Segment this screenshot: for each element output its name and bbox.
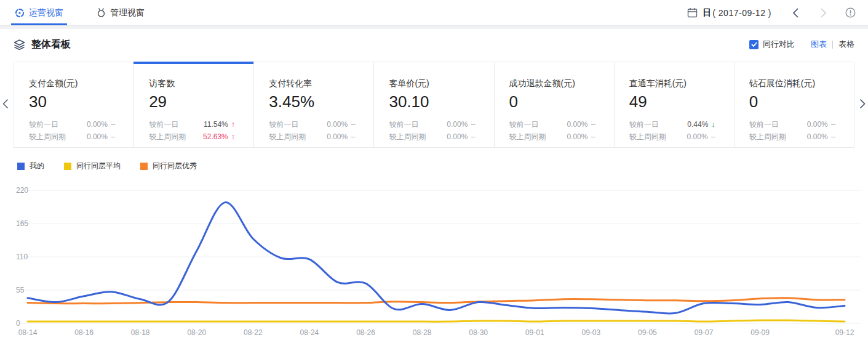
compare-value: 52.63% [203, 131, 228, 143]
x-axis-tick: 09-07 [695, 328, 714, 337]
y-axis-tick: 110 [16, 253, 28, 261]
y-axis-tick: 220 [16, 186, 28, 195]
metric-card-6[interactable]: 直通车消耗(元) 49 较前一日 0.44% ↓ 较上周同期 0.00% – [614, 62, 734, 147]
metric-title: 支付金额(元) [29, 78, 133, 89]
metric-value: 49 [629, 92, 734, 111]
view-toggle-table[interactable]: 表格 [838, 39, 854, 50]
compare-row: 较前一日 0.00% – [749, 118, 854, 131]
metric-title: 客单价(元) [389, 78, 493, 89]
tab-operations-label: 运营视窗 [29, 7, 63, 18]
view-toggle-divider [832, 41, 833, 49]
legend-swatch [140, 163, 148, 170]
section-title: 整体看板 [31, 38, 71, 51]
trend-flat-icon: – [591, 118, 595, 131]
line-chart-canvas[interactable]: 05511016522008-1408-1608-1808-2008-2208-… [0, 179, 868, 348]
trend-flat-icon: – [351, 131, 355, 143]
tab-management-label: 管理视窗 [110, 7, 145, 18]
cards-prev-button[interactable] [2, 99, 9, 111]
compare-label: 较前一日 [149, 118, 178, 131]
compare-label: 较上周同期 [509, 131, 546, 143]
metric-card-5[interactable]: 成功退款金额(元) 0 较前一日 0.00% – 较上周同期 0.00% – [494, 62, 614, 147]
trend-flat-icon: – [111, 118, 115, 131]
calendar-icon[interactable] [687, 7, 698, 18]
compare-row: 较前一日 0.00% – [269, 118, 373, 131]
x-axis-tick: 08-16 [74, 328, 94, 337]
compare-value: 0.00% [447, 118, 468, 131]
layers-icon [14, 39, 25, 50]
legend-swatch [17, 163, 25, 170]
metric-card-2[interactable]: 访客数 29 较前一日 11.54% ↑ 较上周同期 52.63% ↑ [133, 62, 253, 147]
trend-flat-icon: – [831, 118, 835, 131]
x-axis-tick: 08-14 [18, 328, 38, 337]
x-axis-tick: 08-26 [356, 328, 375, 337]
compare-row: 较上周同期 0.00% – [509, 131, 614, 143]
compare-row: 较前一日 0.00% – [389, 118, 493, 131]
trend-flat-icon: – [471, 131, 475, 143]
compare-label: 较上周同期 [629, 131, 666, 143]
compare-row: 较上周同期 52.63% ↑ [149, 131, 253, 143]
compare-value: 0.00% [687, 131, 708, 143]
legend-label: 同行同层优秀 [153, 161, 197, 171]
metric-title: 成功退款金额(元) [509, 78, 614, 89]
chevron-right-icon [859, 99, 866, 109]
compare-value: 0.00% [567, 118, 587, 131]
trend-down-icon: ↓ [711, 118, 715, 131]
metric-cards-row: 支付金额(元) 30 较前一日 0.00% – 较上周同期 0.00% – 访客… [14, 62, 854, 148]
x-axis-tick: 08-18 [131, 328, 150, 337]
chevron-left-icon [2, 99, 9, 109]
tab-operations-view[interactable]: 运营视窗 [12, 0, 66, 25]
x-axis-tick: 08-20 [187, 328, 206, 337]
compare-label: 较上周同期 [749, 131, 786, 143]
compare-value: 0.00% [327, 131, 348, 143]
x-axis-tick: 09-05 [638, 328, 657, 337]
date-controls: 日 ( 2017-09-12 ) [687, 7, 856, 18]
legend-label: 同行同层平均 [76, 161, 121, 171]
x-axis-tick: 09-03 [582, 328, 601, 337]
operations-view-icon [15, 8, 25, 18]
next-date-button[interactable] [820, 8, 827, 18]
metric-card-1[interactable]: 支付金额(元) 30 较前一日 0.00% – 较上周同期 0.00% – [14, 62, 133, 147]
series-line-我的 [28, 202, 845, 314]
legend-item-1[interactable]: 我的 [17, 161, 44, 171]
compare-value: 0.00% [447, 131, 468, 143]
metric-card-3[interactable]: 支付转化率 3.45% 较前一日 0.00% – 较上周同期 0.00% – [253, 62, 373, 147]
date-value[interactable]: ( 2017-09-12 ) [712, 8, 771, 18]
x-axis-tick: 08-30 [469, 328, 488, 337]
compare-label: 较前一日 [269, 118, 298, 131]
info-icon[interactable] [845, 7, 856, 18]
metric-title: 直通车消耗(元) [629, 78, 734, 89]
management-view-icon [97, 8, 106, 18]
metric-card-4[interactable]: 客单价(元) 30.10 较前一日 0.00% – 较上周同期 0.00% – [373, 62, 493, 147]
compare-label: 较上周同期 [269, 131, 306, 143]
legend-item-3[interactable]: 同行同层优秀 [140, 161, 197, 171]
metric-card-7[interactable]: 钻石展位消耗(元) 0 较前一日 0.00% – 较上周同期 0.00% – [734, 62, 854, 147]
trend-flat-icon: – [111, 131, 115, 143]
metric-value: 0 [749, 92, 854, 111]
series-line-同行同层平均 [28, 320, 845, 322]
legend-item-2[interactable]: 同行同层平均 [64, 161, 121, 171]
compare-value: 0.44% [687, 118, 708, 131]
compare-value: 0.00% [327, 118, 348, 131]
cards-next-button[interactable] [859, 99, 866, 111]
view-toggle-chart[interactable]: 图表 [811, 39, 827, 50]
metric-value: 3.45% [269, 92, 373, 111]
peer-compare-checkbox[interactable] [749, 40, 759, 49]
compare-label: 较上周同期 [389, 131, 426, 143]
metric-title: 钻石展位消耗(元) [749, 78, 854, 89]
date-period[interactable]: 日 [703, 7, 711, 18]
compare-row: 较上周同期 0.00% – [29, 131, 133, 143]
prev-date-button[interactable] [792, 8, 799, 18]
compare-label: 较上周同期 [149, 131, 186, 143]
compare-value: 0.00% [87, 118, 108, 131]
metric-title: 访客数 [149, 78, 253, 89]
trend-flat-icon: – [831, 131, 835, 143]
compare-label: 较前一日 [629, 118, 659, 131]
tab-management-view[interactable]: 管理视窗 [94, 0, 147, 25]
compare-value: 0.00% [807, 131, 828, 143]
compare-row: 较上周同期 0.00% – [749, 131, 854, 143]
chevron-right-icon [820, 8, 827, 18]
check-icon [751, 42, 757, 47]
trend-line-chart[interactable]: 05511016522008-1408-1608-1808-2008-2208-… [0, 179, 868, 348]
section-controls: 同行对比 图表 表格 [749, 39, 854, 50]
compare-label: 较上周同期 [29, 131, 66, 143]
